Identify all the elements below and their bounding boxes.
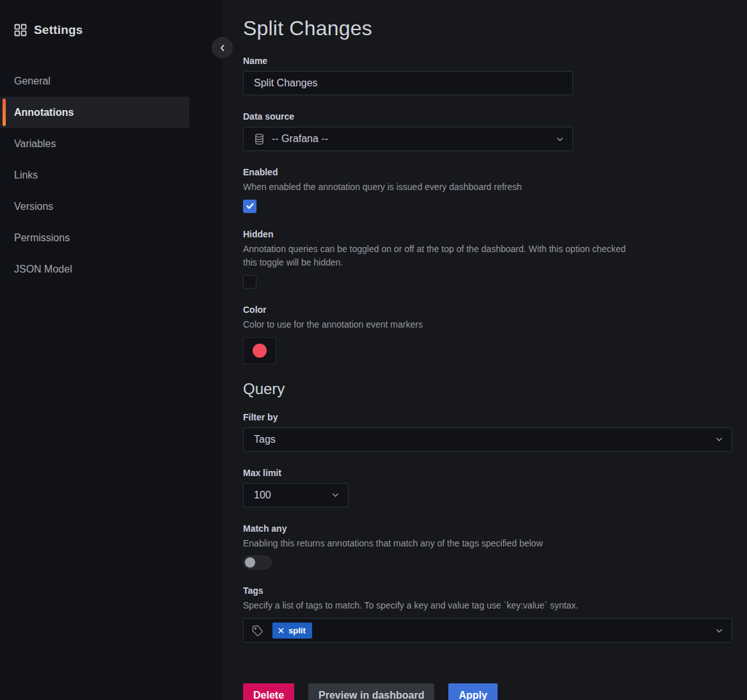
max-limit-value: 100 [254, 489, 331, 501]
chevron-left-icon [218, 44, 227, 52]
tags-label: Tags [243, 585, 732, 596]
hidden-checkbox[interactable] [243, 275, 256, 289]
settings-sidebar: Settings General Annotations Variables L… [0, 0, 223, 700]
delete-button[interactable]: Delete [243, 683, 294, 700]
chevron-down-icon [714, 626, 724, 635]
settings-nav: General Annotations Variables Links Vers… [0, 65, 223, 285]
filter-by-select[interactable]: Tags [243, 427, 732, 452]
color-label: Color [243, 305, 732, 315]
sidebar-item-annotations[interactable]: Annotations [0, 97, 189, 128]
sidebar-item-general[interactable]: General [0, 65, 223, 97]
tags-description: Specify a list of tags to match. To spec… [243, 599, 627, 613]
color-field-group: Color Color to use for the annotation ev… [243, 305, 732, 364]
annotation-settings-panel: Split Changes Name Data source -- Grafan… [223, 0, 747, 700]
max-limit-field-group: Max limit 100 [243, 468, 732, 507]
sidebar-item-variables[interactable]: Variables [0, 128, 223, 159]
color-description: Color to use for the annotation event ma… [243, 318, 627, 332]
filter-by-field-group: Filter by Tags [243, 412, 732, 452]
annotation-color-dot [253, 344, 267, 358]
max-limit-label: Max limit [243, 468, 732, 478]
preview-in-dashboard-button[interactable]: Preview in dashboard [308, 683, 434, 700]
name-input[interactable] [243, 71, 573, 95]
toggle-knob [245, 557, 255, 568]
name-label: Name [243, 56, 732, 66]
chevron-down-icon [555, 134, 565, 144]
filter-by-value: Tags [254, 434, 714, 445]
query-section-title: Query [243, 380, 732, 398]
sidebar-header: Settings [0, 23, 223, 37]
max-limit-select[interactable]: 100 [243, 483, 349, 507]
action-buttons-row: Delete Preview in dashboard Apply [243, 683, 732, 700]
hidden-label: Hidden [243, 229, 732, 239]
sidebar-item-permissions[interactable]: Permissions [0, 222, 223, 253]
data-source-field-group: Data source -- Grafana -- [243, 111, 732, 151]
chevron-down-icon [714, 434, 724, 444]
match-any-description: Enabling this returns annotations that m… [243, 537, 627, 551]
enabled-field-group: Enabled When enabled the annotation quer… [243, 167, 732, 213]
tags-input[interactable]: split [243, 618, 732, 642]
match-any-label: Match any [243, 523, 732, 534]
filter-by-label: Filter by [243, 412, 732, 422]
sidebar-title: Settings [34, 23, 83, 37]
sidebar-item-json-model[interactable]: JSON Model [0, 253, 223, 285]
color-picker-swatch[interactable] [243, 337, 276, 364]
data-source-label: Data source [243, 111, 732, 122]
tag-chip-split[interactable]: split [272, 623, 312, 639]
remove-tag-icon[interactable] [278, 627, 285, 634]
sidebar-item-versions[interactable]: Versions [0, 191, 223, 222]
hidden-field-group: Hidden Annotation queries can be toggled… [243, 229, 732, 289]
enabled-checkbox[interactable] [243, 200, 256, 213]
enabled-description: When enabled the annotation query is iss… [243, 180, 627, 195]
data-source-select[interactable]: -- Grafana -- [243, 127, 573, 151]
tags-field-group: Tags Specify a list of tags to match. To… [243, 585, 732, 642]
tag-chip-label: split [288, 626, 306, 635]
match-any-toggle[interactable] [243, 555, 272, 569]
name-field-group: Name [243, 56, 732, 95]
dashboard-settings-page: Settings General Annotations Variables L… [0, 0, 747, 700]
enabled-label: Enabled [243, 167, 732, 177]
tag-icon [251, 624, 263, 637]
data-source-value: -- Grafana -- [272, 133, 555, 145]
chevron-down-icon [331, 490, 340, 500]
match-any-field-group: Match any Enabling this returns annotati… [243, 523, 732, 570]
apps-grid-icon [14, 24, 27, 36]
checkmark-icon [246, 202, 255, 211]
collapse-sidebar-button[interactable] [212, 37, 233, 58]
database-icon [254, 133, 265, 145]
sidebar-item-links[interactable]: Links [0, 159, 223, 191]
hidden-description: Annotation queries can be toggled on or … [243, 243, 627, 270]
apply-button[interactable]: Apply [448, 683, 497, 700]
page-title: Split Changes [243, 17, 732, 40]
